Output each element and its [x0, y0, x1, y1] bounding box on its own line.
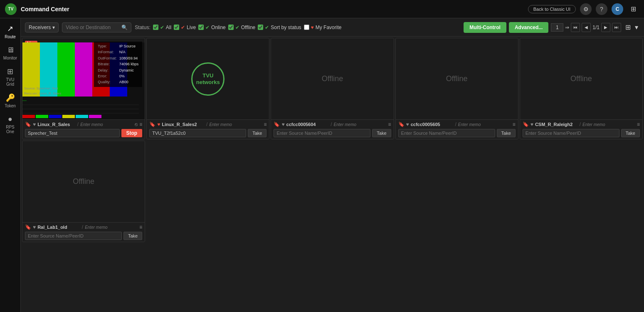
heart-icon-4[interactable]: ♥ [406, 121, 409, 127]
sort-by-status-label: Sort by status [271, 25, 301, 30]
filter-online-checkbox[interactable] [198, 25, 204, 30]
filter-online[interactable]: ✔ Online [198, 25, 226, 30]
sidebar-item-tvu-grid[interactable]: ⊞ TVU Grid [0, 64, 20, 89]
memo-input-2[interactable] [209, 122, 262, 127]
user-avatar[interactable]: C [612, 3, 623, 15]
cards-grid: Live Source: Sprecher_Test Recv.ver: Lin… [21, 37, 644, 243]
tvu-logo-text: TVUnetworks [196, 72, 220, 85]
card-footer-bottom-5: Take [523, 129, 640, 137]
my-favorite-checkbox[interactable] [304, 25, 309, 30]
menu-icon-1[interactable]: ≡ [139, 121, 142, 127]
search-input[interactable] [66, 25, 120, 30]
memo-input-4[interactable] [458, 122, 511, 127]
source-input-3[interactable] [274, 129, 370, 137]
bookmark-icon-2[interactable]: 🔖 [149, 121, 155, 127]
page-total: 1/1 [592, 25, 600, 30]
offline-label: Offline [241, 25, 255, 30]
source-input-6[interactable] [25, 232, 122, 240]
bookmark-icon-5[interactable]: 🔖 [523, 121, 529, 127]
nav-first-button[interactable]: ⏮ [571, 23, 580, 32]
source-input-5[interactable] [523, 129, 619, 137]
source-input-4[interactable] [398, 129, 495, 137]
bookmark-icon-6[interactable]: 🔖 [25, 224, 31, 230]
app-logo: TV [5, 3, 17, 15]
filter-my-favorite[interactable]: ♥ My Favorite [304, 25, 342, 30]
sidebar-item-rps-one[interactable]: ● RPS One [0, 112, 20, 136]
card-preview-3: Offline [271, 38, 393, 119]
svg-rect-6 [36, 115, 48, 118]
svg-rect-7 [49, 115, 62, 118]
menu-icon-6[interactable]: ≡ [139, 224, 142, 230]
sort-by-status-checkbox[interactable] [258, 25, 263, 30]
memo-input-1[interactable] [80, 122, 133, 127]
heart-icon-2[interactable]: ♥ [157, 121, 160, 127]
card-name-2: Linux_R_Sales2 [162, 122, 205, 127]
take-button-3[interactable]: Take [372, 129, 391, 137]
memo-input-6[interactable] [85, 225, 138, 230]
tvu-grid-icon: ⊞ [7, 67, 13, 76]
sidebar: ↗ Route 🖥 Monitor ⊞ TVU Grid 🔑 Token ● R… [0, 18, 21, 312]
heart-icon-6[interactable]: ♥ [33, 224, 36, 230]
card-footer-top-5: 🔖 ♥ CSM_R_Raleigh2 / ≡ [523, 121, 640, 127]
memo-input-3[interactable] [334, 122, 387, 127]
take-button-6[interactable]: Take [123, 232, 142, 240]
heart-icon-3[interactable]: ♥ [281, 121, 284, 127]
take-button-2[interactable]: Take [248, 129, 266, 137]
card-footer-top-1: 🔖 ♥ Linux_R_Sales / ⎋ ≡ [25, 121, 142, 127]
nav-prev-button[interactable]: ◀ [582, 23, 591, 32]
source-input-2[interactable] [149, 129, 246, 137]
waveform-svg [22, 97, 145, 119]
share-icon-1[interactable]: ⎋ [135, 121, 138, 127]
heart-icon-1[interactable]: ♥ [33, 121, 36, 127]
sidebar-item-token[interactable]: 🔑 Token [0, 91, 20, 111]
filter-all-checkbox[interactable] [153, 25, 158, 30]
menu-icon-2[interactable]: ≡ [264, 121, 266, 127]
list-view-button[interactable]: ▾ [633, 22, 640, 32]
sidebar-item-token-label: Token [5, 104, 16, 108]
bookmark-icon-1[interactable]: 🔖 [25, 121, 31, 127]
live-label: Live [187, 25, 196, 30]
memo-input-5[interactable] [582, 122, 635, 127]
svg-rect-5 [22, 115, 35, 118]
take-button-4[interactable]: Take [497, 129, 516, 137]
settings-button[interactable]: ⚙ [580, 3, 592, 15]
sidebar-item-route[interactable]: ↗ Route [0, 22, 20, 42]
filter-all[interactable]: ✔ All [153, 25, 171, 30]
view-toggle: ⊞ ▾ [624, 22, 640, 32]
take-button-5[interactable]: Take [621, 129, 640, 137]
advanced-button[interactable]: Advanced... [509, 22, 548, 33]
source-input-1[interactable] [25, 129, 120, 137]
overlay-error: 0% [118, 73, 140, 79]
bookmark-icon-3[interactable]: 🔖 [274, 121, 280, 127]
toolbar-right: Multi-Control Advanced... ⇒ ⏮ ◀ 1/1 ▶ ⏭ … [464, 22, 640, 33]
tvu-logo-container: TVUnetworks [147, 38, 269, 119]
app-title: Command Center [21, 6, 69, 12]
filter-live-checkbox[interactable] [174, 25, 179, 30]
menu-icon-4[interactable]: ≡ [513, 121, 516, 127]
stop-button-1[interactable]: Stop [121, 129, 143, 137]
back-classic-button[interactable]: Back to Classic UI [528, 5, 576, 13]
help-button[interactable]: ? [596, 3, 607, 15]
filter-live[interactable]: ✔ Live [174, 25, 196, 30]
filter-sort-by-status[interactable]: ✔ Sort by status [258, 25, 301, 30]
online-label: Online [211, 25, 226, 30]
multi-control-button[interactable]: Multi-Control [464, 22, 506, 33]
sidebar-item-monitor[interactable]: 🖥 Monitor [0, 43, 20, 63]
filter-offline-checkbox[interactable] [228, 25, 234, 30]
nav-last-button[interactable]: ⏭ [612, 23, 621, 32]
sidebar-item-monitor-label: Monitor [3, 56, 17, 60]
grid-menu-button[interactable]: ⊞ [627, 3, 639, 15]
bookmark-icon-4[interactable]: 🔖 [398, 121, 405, 127]
page-input[interactable] [551, 23, 563, 32]
receivers-dropdown[interactable]: Receivers ▾ [25, 22, 59, 32]
video-preview-1: Source: Sprecher_Test Recv.ver: Linux_R_… [22, 38, 145, 119]
filter-offline[interactable]: ✔ Offline [228, 25, 255, 30]
heart-icon-5[interactable]: ♥ [530, 121, 533, 127]
menu-icon-3[interactable]: ≡ [388, 121, 391, 127]
menu-icon-5[interactable]: ≡ [637, 121, 640, 127]
overlay-info: Type:IP Source InFormat:N/A OutFormat:10… [94, 42, 142, 87]
nav-next-button[interactable]: ▶ [601, 23, 610, 32]
overlay-bitrate: 74096 kbps [118, 61, 140, 67]
grid-view-button[interactable]: ⊞ [624, 22, 632, 32]
tvu-logo: TVUnetworks [191, 62, 225, 96]
